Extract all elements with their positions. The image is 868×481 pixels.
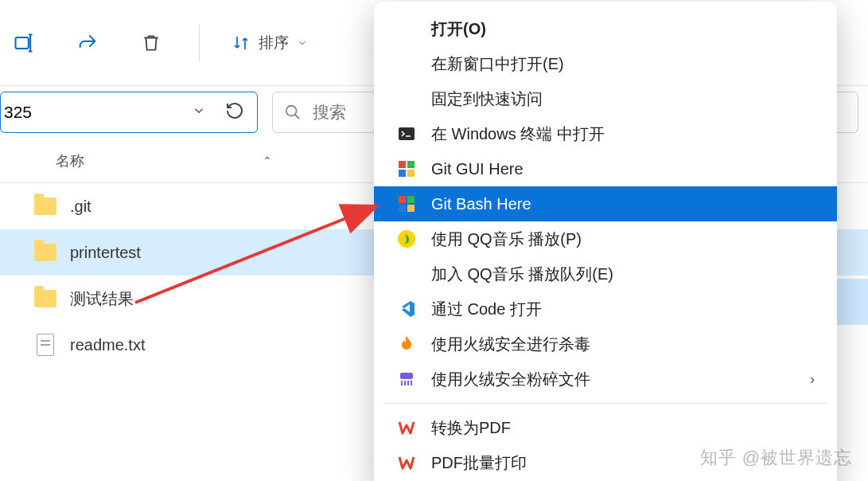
sort-caret-icon: ⌃ [263,154,272,167]
ctx-pin-quick-access[interactable]: 固定到快速访问 [379,81,832,116]
ctx-huorong-scan[interactable]: 使用火绒安全进行杀毒 [379,327,832,362]
wps-icon [396,452,417,473]
folder-icon [33,194,57,218]
qqmusic-icon [396,229,417,249]
rename-button[interactable] [8,27,40,59]
folder-icon [33,287,57,311]
address-history-chevron[interactable] [184,103,214,122]
refresh-button[interactable] [214,101,249,124]
svg-rect-3 [399,161,406,168]
context-menu: 打开(O) 在新窗口中打开(E) 固定到快速访问 在 Windows 终端 中打… [374,2,837,481]
sort-button[interactable]: 排序 [232,33,308,53]
svg-rect-5 [399,170,406,177]
search-icon [284,104,302,121]
ctx-git-gui[interactable]: Git GUI Here [379,151,832,186]
share-button[interactable] [72,27,103,59]
ctx-open-terminal[interactable]: 在 Windows 终端 中打开 [379,116,832,151]
ctx-git-bash[interactable]: Git Bash Here [374,186,837,221]
shredder-icon [396,369,417,389]
chevron-down-icon [297,37,308,49]
svg-rect-7 [399,196,406,203]
context-menu-separator [383,403,827,404]
svg-rect-6 [407,170,415,177]
svg-rect-2 [399,127,415,140]
svg-rect-4 [407,161,415,168]
selection-overflow-bar [836,279,868,325]
wps-icon [396,417,417,438]
ctx-huorong-shred[interactable]: 使用火绒安全粉碎文件 › [379,362,832,397]
svg-rect-0 [16,37,29,49]
sort-label: 排序 [259,33,289,53]
svg-rect-9 [399,205,406,212]
ctx-qqmusic-play[interactable]: 使用 QQ音乐 播放(P) [379,221,832,256]
delete-button[interactable] [135,27,167,59]
ctx-convert-pdf[interactable]: 转换为PDF [379,410,832,445]
svg-rect-8 [407,196,415,203]
ctx-open-new-window[interactable]: 在新窗口中打开(E) [379,46,832,81]
ctx-qqmusic-queue[interactable]: 加入 QQ音乐 播放队列(E) [379,256,832,291]
git-gui-icon [396,158,417,179]
svg-point-1 [286,106,297,116]
huorong-flame-icon [396,334,417,354]
terminal-icon [396,123,417,144]
vscode-icon [396,299,417,319]
git-bash-icon [396,194,417,214]
text-file-icon [33,333,57,357]
submenu-chevron-icon: › [810,371,815,388]
toolbar-separator [199,25,200,61]
ctx-open[interactable]: 打开(O) [379,11,832,46]
ctx-open-code[interactable]: 通过 Code 打开 [379,291,832,327]
svg-rect-12 [400,373,413,379]
address-bar[interactable] [0,92,258,133]
folder-icon [33,240,57,264]
svg-rect-10 [407,205,415,212]
watermark: 知乎 @被世界遗忘 [700,446,852,470]
address-input[interactable] [1,103,184,122]
